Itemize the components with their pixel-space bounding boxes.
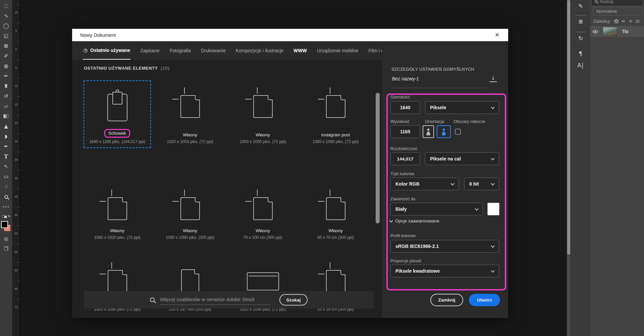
dialog-scrollbar-thumb[interactable] [376, 93, 380, 223]
adjustments-panel-icon[interactable]: ≣ [571, 18, 590, 25]
unit-dropdown[interactable]: Piksele [425, 101, 499, 114]
close-dialog-button[interactable]: ✕ [493, 31, 501, 39]
bit-depth-dropdown[interactable]: 8 bit [464, 178, 499, 190]
template-wlasny-70x100[interactable]: Własny 70 x 100 cm (300 ppi) [229, 189, 297, 244]
tab-ostatnio-uzywane[interactable]: ◷ Ostatnio używane [83, 42, 130, 60]
shape-tool[interactable]: ▲ [0, 121, 12, 131]
smudge-tool[interactable]: ◗ [0, 131, 12, 141]
lock-paint-icon[interactable]: ✏ [622, 19, 626, 24]
clone-stamp-tool[interactable]: ♜ [0, 81, 12, 91]
pixel-ratio-dropdown[interactable]: Piksele kwadratowe [390, 265, 499, 277]
stock-search-input[interactable] [159, 295, 270, 305]
brush-tool[interactable]: ✏ [0, 71, 12, 81]
template-size: 1080 x 1920 piks. (72 ppi) [89, 234, 145, 243]
template-instagram-post[interactable]: instagram post 1080 x 1080 piks. (72 ppi… [302, 80, 369, 148]
template-size: 1640 x 1165 piks. (144,017 ppi) [85, 138, 150, 147]
history-panel-icon[interactable]: ↻ [571, 35, 590, 42]
divider [573, 13, 588, 13]
panel-grip[interactable] [576, 15, 586, 16]
tab-kompozycje[interactable]: Kompozycje i ilustracje [235, 42, 284, 59]
lock-position-icon[interactable]: ✛ [629, 19, 633, 24]
rectangle-tool[interactable]: ▭ [0, 172, 12, 182]
resolution-input[interactable]: 144,017 [390, 152, 420, 165]
crop-tool[interactable]: ◱ [0, 31, 12, 41]
tab-urzadzenie-mobilne[interactable]: Urządzenie mobilne [317, 42, 359, 59]
layer-visibility-toggle[interactable] [590, 26, 600, 37]
utworz-button[interactable]: Utwórz [469, 294, 500, 306]
section-heading: OSTATNIO UŻYWANE ELEMENTY(20) [84, 66, 170, 71]
eraser-tool[interactable]: ▱ [0, 101, 12, 111]
document-name-field[interactable]: Bez nazwy-1 [392, 76, 419, 81]
path-selection-tool[interactable]: ↖ [0, 161, 12, 172]
glyphs-panel-icon[interactable]: A| [571, 62, 590, 69]
panel-icon-strip: ✎ ≣ ↻ ¶ A| [571, 0, 590, 336]
more-tools[interactable]: ••• [0, 202, 12, 212]
quick-mask-button[interactable]: ◎ [0, 234, 12, 244]
frame-icon: ⊠ [4, 43, 8, 49]
template-schowek[interactable]: Schowek 1640 x 1165 piks. (144,017 ppi) [84, 80, 151, 148]
template-row-2: Własny 1080 x 1920 piks. (72 ppi) Własny… [84, 189, 375, 244]
ruler-label: 45 [12, 214, 20, 217]
eyedropper-tool[interactable]: ✐ [0, 51, 12, 61]
template-wlasny-1000x1000[interactable]: Własny 1000 x 1000 piks. (72 ppi) [229, 80, 297, 148]
zamknij-button[interactable]: Zamknij [430, 294, 463, 306]
advanced-options-toggle[interactable]: Opcje zaawansowane [389, 218, 439, 223]
history-brush-tool[interactable]: ↺ [0, 91, 12, 101]
tab-zapisane[interactable]: Zapisane [140, 42, 160, 59]
template-size: 1080 x 1080 piks. (72 ppi) [308, 138, 363, 147]
template-wlasny-1080x1920[interactable]: Własny 1080 x 1920 piks. (72 ppi) [84, 189, 151, 244]
chevron-down-icon [491, 105, 494, 109]
zoom-tool[interactable] [0, 192, 12, 202]
document-icon [181, 269, 199, 293]
color-profile-dropdown[interactable]: sRGB IEC61966-2.1 [390, 240, 499, 253]
type-tool[interactable]: T [0, 151, 12, 161]
photoshop-workspace: ◌ ∿ ◯ ◱ ⊠ ✐ ◍ ✏ ♜ ↺ ▱ ▲ ◗ ✒ T ↖ ▭ ☝ ••• … [0, 0, 644, 336]
lock-artboard-icon[interactable]: ⊡ [636, 19, 640, 24]
lock-transparency-icon[interactable] [614, 19, 619, 23]
brush-settings-panel-icon[interactable]: ✎ [571, 3, 590, 9]
template-name: Własny [256, 228, 270, 234]
document-icon [108, 270, 127, 293]
document-scrollbar-thumb[interactable] [567, 0, 570, 255]
hand-tool[interactable]: ☝ [0, 182, 12, 192]
template-wlasny-1080x1080[interactable]: Własny 1080 x 1080 piks. (300 ppi) [156, 189, 224, 244]
template-wlasny-50x70[interactable]: Własny 50 x 70 cm (300 ppi) [302, 189, 369, 244]
panel-grip[interactable] [576, 31, 586, 32]
details-header: SZCZEGÓŁY USTAWIEŃ DOMYŚLNYCH [391, 67, 474, 72]
background-color-swatch[interactable] [487, 203, 499, 215]
background-dropdown[interactable]: Biały [390, 203, 483, 215]
color-swatches[interactable] [0, 220, 12, 234]
tab-www[interactable]: WWW [293, 42, 307, 59]
szukaj-button[interactable]: Szukaj [279, 294, 308, 306]
foreground-color-swatch[interactable] [1, 221, 8, 228]
section-title: OSTATNIO UŻYWANE ELEMENTY [84, 66, 158, 71]
orientation-landscape-button[interactable] [437, 125, 451, 138]
gradient-tool[interactable] [0, 111, 12, 121]
save-preset-icon[interactable]: ↓ [489, 75, 497, 82]
pen-tool[interactable]: ✒ [0, 141, 12, 151]
frame-tool[interactable]: ⊠ [0, 41, 12, 51]
resolution-unit-dropdown[interactable]: Piksele na cal [425, 152, 499, 165]
filter-search-icon [595, 0, 598, 3]
swap-colors-control[interactable]: ⇆ [2, 213, 10, 219]
width-input[interactable]: 1640 [390, 101, 420, 114]
paragraph-panel-icon[interactable]: ¶ [571, 50, 590, 57]
tab-fotografia[interactable]: Fotografia [169, 42, 191, 59]
color-mode-dropdown[interactable]: Kolor RGB [390, 178, 459, 190]
tab-drukowanie[interactable]: Drukowanie [201, 42, 226, 59]
layer-row-background[interactable]: Tło [590, 25, 644, 38]
elliptical-marquee-tool[interactable]: ◌ [0, 1, 12, 11]
annotation-highlight: Schowek [104, 129, 130, 138]
quick-selection-tool[interactable]: ◯ [0, 21, 12, 31]
lasso-tool[interactable]: ∿ [0, 11, 12, 21]
height-input[interactable]: 1165 [390, 125, 420, 138]
screen-mode-button[interactable]: ❐ [0, 244, 12, 254]
layer-thumbnail[interactable] [603, 27, 618, 36]
orientation-portrait-button[interactable] [423, 125, 434, 138]
blend-mode-dropdown[interactable]: Normalnie [593, 7, 642, 15]
layer-filter-dropdown[interactable]: Rodzaj [592, 0, 642, 5]
template-wlasny-644x336[interactable]: Własny 644 x 336 piks. (72 ppi) [156, 80, 224, 148]
healing-brush-tool[interactable]: ◍ [0, 61, 12, 71]
artboards-checkbox[interactable] [455, 129, 461, 135]
document-scrollbar[interactable] [567, 0, 571, 336]
